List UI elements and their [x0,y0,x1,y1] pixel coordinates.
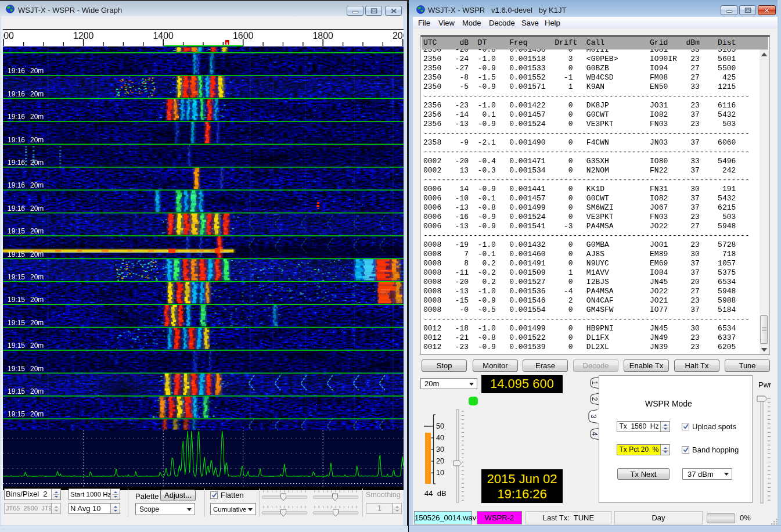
svg-text:40: 40 [436,434,444,442]
svg-text:20m: 20m [30,90,44,98]
svg-text:1800: 1800 [312,31,333,41]
svg-text:19:15: 19:15 [8,227,25,235]
svg-text:20: 20 [436,457,444,465]
svg-text:19:16: 19:16 [8,90,25,98]
svg-text:19:15: 19:15 [8,250,25,258]
svg-text:1200: 1200 [73,31,94,41]
svg-text:20m: 20m [30,181,44,189]
svg-text:20m: 20m [30,342,44,350]
svg-text:19:15: 19:15 [8,410,25,418]
svg-text:2: 2 [591,397,599,401]
svg-text:3: 3 [589,415,598,419]
svg-text:19:15: 19:15 [8,387,25,396]
svg-text:20m: 20m [30,159,44,167]
svg-text:19:15: 19:15 [8,365,25,373]
svg-text:19:15: 19:15 [8,342,25,350]
svg-text:1400: 1400 [153,31,174,41]
svg-text:19:16: 19:16 [8,67,25,75]
svg-text:20m: 20m [30,273,44,281]
svg-text:10: 10 [436,469,444,477]
svg-text:30: 30 [436,445,444,454]
svg-text:19:16: 19:16 [8,204,25,213]
svg-text:2000: 2000 [393,31,404,41]
svg-text:19:16: 19:16 [8,113,25,121]
svg-text:1600: 1600 [233,31,254,41]
svg-text:20m: 20m [30,387,44,396]
svg-text:20m: 20m [30,136,44,144]
svg-text:50: 50 [436,422,444,430]
svg-text:19:16: 19:16 [8,181,25,189]
svg-text:20m: 20m [30,365,44,373]
svg-text:20m: 20m [30,250,44,258]
svg-text:20m: 20m [30,204,44,213]
svg-text:1000: 1000 [3,31,14,41]
svg-text:20m: 20m [30,67,44,75]
svg-text:4: 4 [591,432,599,436]
svg-text:20m: 20m [30,227,44,235]
svg-text:19:15: 19:15 [8,319,25,327]
svg-text:19:15: 19:15 [8,273,25,281]
svg-text:1: 1 [591,381,599,385]
svg-text:19:16: 19:16 [8,159,25,167]
svg-text:19:15: 19:15 [8,296,25,304]
svg-text:19:16: 19:16 [8,136,25,144]
svg-text:20m: 20m [30,296,44,304]
svg-text:20m: 20m [30,113,44,121]
svg-text:20m: 20m [30,319,44,327]
svg-text:20m: 20m [30,410,44,418]
